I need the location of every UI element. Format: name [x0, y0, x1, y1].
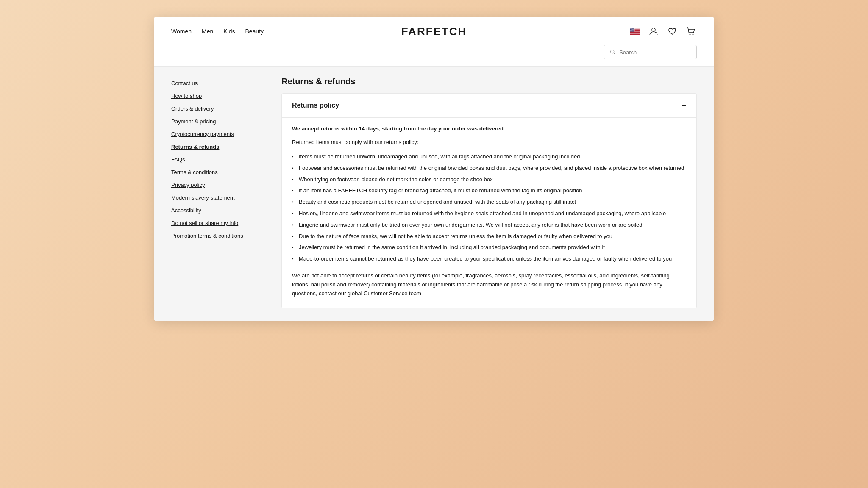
nav-link-beauty[interactable]: Beauty — [245, 28, 264, 35]
sidebar-link-contact-us[interactable]: Contact us — [171, 80, 198, 86]
policy-list-item: When trying on footwear, please do not m… — [292, 174, 686, 186]
sidebar-link-returns-refunds[interactable]: Returns & refunds — [171, 144, 219, 150]
search-bar-container — [171, 42, 697, 66]
policy-list-item: Made-to-order items cannot be returned a… — [292, 253, 686, 265]
policy-list-item: Lingerie and swimwear must only be tried… — [292, 219, 686, 231]
svg-rect-5 — [630, 33, 640, 33]
sidebar: Contact us How to shop Orders & delivery… — [154, 67, 264, 321]
sidebar-link-how-to-shop[interactable]: How to shop — [171, 93, 202, 99]
policy-list-item: Due to the nature of face masks, we will… — [292, 231, 686, 242]
header-icons: ★★★★★★ ★★★★★ ★★★★★★ ★★★★★ — [629, 25, 697, 37]
search-bar[interactable] — [604, 45, 697, 59]
content-area: Returns & refunds Returns policy − We ac… — [264, 67, 714, 321]
main-nav: Women Men Kids Beauty — [171, 28, 264, 35]
policy-intro: Returned items must comply with our retu… — [292, 138, 686, 147]
svg-point-13 — [690, 34, 691, 35]
sidebar-link-do-not-sell[interactable]: Do not sell or share my info — [171, 220, 238, 226]
policy-card-title: Returns policy — [292, 102, 339, 109]
policy-footer: We are not able to accept returns of cer… — [292, 272, 686, 298]
sidebar-item-do-not-sell[interactable]: Do not sell or share my info — [171, 219, 248, 227]
browser-window: Women Men Kids Beauty FARFETCH — [154, 17, 714, 321]
nav-item-beauty[interactable]: Beauty — [245, 28, 264, 35]
policy-list: Items must be returned unworn, undamaged… — [292, 151, 686, 265]
sidebar-link-modern-slavery[interactable]: Modern slavery statement — [171, 194, 235, 201]
sidebar-item-payment-pricing[interactable]: Payment & pricing — [171, 117, 248, 125]
sidebar-item-privacy[interactable]: Privacy policy — [171, 181, 248, 189]
policy-highlight: We accept returns within 14 days, starti… — [292, 125, 686, 133]
policy-card: Returns policy − We accept returns withi… — [281, 93, 697, 308]
cart-button[interactable] — [685, 25, 697, 37]
policy-list-item: If an item has a FARFETCH security tag o… — [292, 185, 686, 197]
page-title: Returns & refunds — [281, 77, 697, 86]
sidebar-link-faqs[interactable]: FAQs — [171, 156, 185, 163]
main-content: Contact us How to shop Orders & delivery… — [154, 67, 714, 321]
sidebar-item-contact-us[interactable]: Contact us — [171, 79, 248, 87]
account-icon — [649, 27, 658, 36]
flag-button[interactable]: ★★★★★★ ★★★★★ ★★★★★★ ★★★★★ — [629, 25, 641, 37]
sidebar-link-terms[interactable]: Terms & conditions — [171, 169, 218, 175]
policy-list-item: Hosiery, lingerie and swimwear items mus… — [292, 208, 686, 219]
header: Women Men Kids Beauty FARFETCH — [154, 17, 714, 67]
sidebar-item-crypto[interactable]: Cryptocurrency payments — [171, 130, 248, 138]
collapse-icon[interactable]: − — [681, 101, 686, 110]
sidebar-link-crypto[interactable]: Cryptocurrency payments — [171, 131, 234, 137]
sidebar-item-accessibility[interactable]: Accessibility — [171, 206, 248, 214]
account-button[interactable] — [648, 25, 659, 37]
sidebar-item-terms[interactable]: Terms & conditions — [171, 168, 248, 176]
sidebar-link-payment-pricing[interactable]: Payment & pricing — [171, 118, 216, 125]
svg-point-12 — [652, 28, 655, 31]
site-logo[interactable]: FARFETCH — [401, 25, 467, 38]
policy-list-item: Footwear and accessories must be returne… — [292, 163, 686, 174]
policy-list-item: Jewellery must be returned in the same c… — [292, 242, 686, 253]
nav-link-women[interactable]: Women — [171, 28, 192, 35]
search-icon — [610, 49, 616, 55]
sidebar-link-privacy[interactable]: Privacy policy — [171, 182, 205, 188]
svg-line-16 — [614, 53, 615, 55]
policy-footer-link[interactable]: contact our global Customer Service team — [319, 290, 421, 297]
sidebar-link-accessibility[interactable]: Accessibility — [171, 207, 201, 214]
policy-list-item: Beauty and cosmetic products must be ret… — [292, 197, 686, 208]
svg-rect-6 — [630, 34, 640, 34]
sidebar-link-promotion-terms[interactable]: Promotion terms & conditions — [171, 233, 243, 239]
sidebar-item-how-to-shop[interactable]: How to shop — [171, 92, 248, 100]
cart-icon — [686, 27, 696, 36]
sidebar-nav: Contact us How to shop Orders & delivery… — [171, 79, 248, 239]
us-flag-icon: ★★★★★★ ★★★★★ ★★★★★★ ★★★★★ — [630, 28, 640, 35]
sidebar-item-promotion-terms[interactable]: Promotion terms & conditions — [171, 232, 248, 239]
wishlist-button[interactable] — [666, 25, 678, 37]
nav-list: Women Men Kids Beauty — [171, 28, 264, 35]
nav-item-kids[interactable]: Kids — [223, 28, 235, 35]
sidebar-item-orders-delivery[interactable]: Orders & delivery — [171, 105, 248, 112]
policy-list-item: Items must be returned unworn, undamaged… — [292, 151, 686, 163]
policy-card-header[interactable]: Returns policy − — [282, 94, 696, 117]
nav-link-men[interactable]: Men — [202, 28, 213, 35]
svg-rect-4 — [630, 32, 640, 32]
sidebar-item-returns-refunds[interactable]: Returns & refunds — [171, 143, 248, 150]
nav-item-women[interactable]: Women — [171, 28, 192, 35]
wishlist-icon — [668, 27, 677, 36]
nav-item-men[interactable]: Men — [202, 28, 213, 35]
svg-point-14 — [693, 34, 694, 35]
policy-content: We accept returns within 14 days, starti… — [282, 117, 696, 308]
sidebar-item-modern-slavery[interactable]: Modern slavery statement — [171, 194, 248, 201]
sidebar-link-orders-delivery[interactable]: Orders & delivery — [171, 105, 214, 112]
search-input[interactable] — [619, 49, 690, 55]
nav-link-kids[interactable]: Kids — [223, 28, 235, 35]
sidebar-item-faqs[interactable]: FAQs — [171, 155, 248, 163]
